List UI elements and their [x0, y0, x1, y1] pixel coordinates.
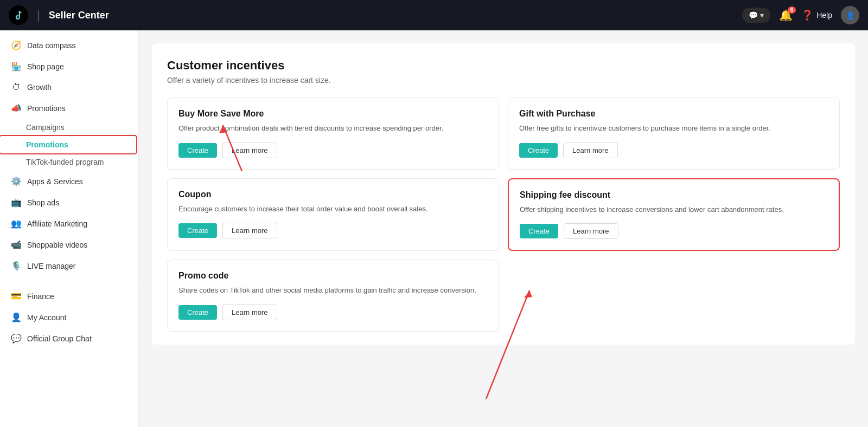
create-button-buy-more[interactable]: Create [178, 143, 217, 158]
sidebar-divider [0, 281, 138, 281]
sidebar-label-growth: Growth [27, 83, 52, 92]
sidebar-label-shop-ads: Shop ads [27, 198, 59, 207]
sidebar-label-data-compass: Data compass [27, 41, 75, 50]
card-title-shipping: Shipping fee discount [520, 190, 828, 200]
finance-icon: 💳 [11, 291, 22, 301]
sidebar-item-growth[interactable]: ⏱ Growth [0, 77, 138, 98]
card-desc-coupon: Encourage customers to increase their to… [178, 204, 488, 215]
sidebar-item-my-account[interactable]: 👤 My Account [0, 307, 138, 328]
learn-more-button-buy-more[interactable]: Learn more [222, 143, 277, 158]
page-title: Customer incentives [167, 59, 840, 73]
sidebar-label-live: LIVE manager [27, 262, 76, 270]
learn-more-button-promo-code[interactable]: Learn more [222, 305, 277, 320]
create-button-shipping[interactable]: Create [520, 224, 558, 238]
help-button[interactable]: ❓ Help [801, 9, 832, 21]
svg-point-0 [9, 5, 28, 25]
video-icon: 📹 [11, 240, 22, 250]
apps-icon: ⚙️ [11, 176, 22, 186]
promotions-icon: 📣 [11, 103, 22, 113]
account-icon: 👤 [11, 312, 22, 322]
sidebar-label-affiliate: Affiliate Marketing [27, 219, 87, 228]
sidebar-item-affiliate-marketing[interactable]: 👥 Affiliate Marketing [0, 213, 138, 234]
card-actions-promo-code: Create Learn more [178, 305, 488, 320]
sidebar-label-shoppable-videos: Shoppable videos [27, 241, 87, 249]
card-actions-coupon: Create Learn more [178, 223, 488, 238]
sidebar-label-my-account: My Account [27, 313, 66, 322]
card-title-gift: Gift with Purchase [519, 109, 828, 119]
main-content: Customer incentives Offer a variety of i… [139, 30, 868, 427]
card-title-promo-code: Promo code [178, 271, 488, 281]
header-divider: | [37, 8, 40, 22]
sidebar-item-shoppable-videos[interactable]: 📹 Shoppable videos [0, 234, 138, 255]
help-circle-icon: ❓ [801, 9, 813, 21]
sidebar-label-tiktok-funded: TikTok-funded program [26, 158, 104, 166]
group-chat-icon: 💬 [11, 333, 22, 344]
sidebar-item-tiktok-funded[interactable]: TikTok-funded program [0, 153, 138, 171]
sidebar-label-campaigns: Campaigns [26, 123, 65, 132]
user-icon: 👤 [846, 11, 855, 20]
notification-button[interactable]: 🔔 6 [779, 9, 793, 22]
sidebar-item-shop-ads[interactable]: 📺 Shop ads [0, 192, 138, 213]
incentive-grid: Buy More Save More Offer product combina… [167, 98, 840, 332]
create-button-promo-code[interactable]: Create [178, 305, 217, 320]
tiktok-logo [9, 5, 28, 25]
affiliate-icon: 👥 [11, 218, 22, 229]
shop-icon: 🏪 [11, 61, 22, 72]
header-right: 💬 ▾ 🔔 6 ❓ Help 👤 [742, 6, 859, 24]
card-desc-gift: Offer free gifts to incentivize customer… [519, 123, 828, 134]
sidebar-item-live-manager[interactable]: 🎙️ LIVE manager [0, 255, 138, 276]
sidebar-item-data-compass[interactable]: 🧭 Data compass [0, 35, 138, 56]
incentive-card-shipping: Shipping fee discount Offer shipping inc… [508, 178, 840, 251]
notification-badge: 6 [788, 7, 796, 14]
learn-more-button-shipping[interactable]: Learn more [564, 223, 618, 239]
sidebar-label-shop-page: Shop page [27, 62, 64, 71]
content-card: Customer incentives Offer a variety of i… [152, 43, 855, 345]
sidebar-item-campaigns[interactable]: Campaigns [0, 119, 138, 136]
sidebar-item-promotions-parent[interactable]: 📣 Promotions [0, 98, 138, 119]
header-left: | Seller Center [9, 5, 109, 25]
card-actions-shipping: Create Learn more [520, 223, 828, 239]
sidebar-item-shop-page[interactable]: 🏪 Shop page [0, 56, 138, 77]
live-icon: 🎙️ [11, 261, 22, 271]
ads-icon: 📺 [11, 197, 22, 208]
profile-avatar-button[interactable]: 👤 [841, 6, 859, 24]
card-actions-gift: Create Learn more [519, 143, 828, 158]
sidebar-item-official-group-chat[interactable]: 💬 Official Group Chat [0, 328, 138, 349]
growth-icon: ⏱ [11, 82, 22, 92]
card-title-buy-more: Buy More Save More [178, 109, 488, 119]
sidebar-item-finance[interactable]: 💳 Finance [0, 286, 138, 307]
card-desc-buy-more: Offer product combination deals with tie… [178, 123, 488, 134]
sidebar: 🧭 Data compass 🏪 Shop page ⏱ Growth 📣 Pr… [0, 30, 139, 427]
chevron-down-icon: ▾ [760, 11, 764, 20]
sidebar-label-finance: Finance [27, 292, 54, 301]
chat-icon: 💬 [749, 11, 758, 20]
sidebar-label-promotions-sub: Promotions [26, 140, 68, 149]
compass-icon: 🧭 [11, 40, 22, 50]
incentive-card-gift: Gift with Purchase Offer free gifts to i… [508, 98, 840, 170]
card-actions-buy-more: Create Learn more [178, 143, 488, 158]
sidebar-label-promotions: Promotions [27, 104, 66, 113]
sidebar-label-group-chat: Official Group Chat [27, 334, 92, 343]
card-title-coupon: Coupon [178, 190, 488, 199]
learn-more-button-coupon[interactable]: Learn more [222, 223, 277, 238]
sidebar-label-apps-services: Apps & Services [27, 177, 83, 186]
incentive-card-coupon: Coupon Encourage customers to increase t… [167, 178, 499, 251]
sidebar-item-apps-services[interactable]: ⚙️ Apps & Services [0, 171, 138, 192]
header-title: Seller Center [49, 10, 109, 21]
top-header: | Seller Center 💬 ▾ 🔔 6 ❓ Help 👤 [0, 0, 868, 30]
main-layout: 🧭 Data compass 🏪 Shop page ⏱ Growth 📣 Pr… [0, 30, 868, 427]
create-button-coupon[interactable]: Create [178, 223, 217, 238]
learn-more-button-gift[interactable]: Learn more [563, 143, 617, 158]
card-desc-promo-code: Share codes on TikTok and other social m… [178, 285, 488, 296]
page-subtitle: Offer a variety of incentives to increas… [167, 76, 840, 85]
incentive-card-buy-more: Buy More Save More Offer product combina… [167, 98, 499, 170]
help-label: Help [816, 11, 832, 20]
card-desc-shipping: Offer shipping incentives to increase co… [520, 204, 828, 215]
sidebar-item-promotions-sub[interactable]: Promotions [0, 136, 136, 153]
incentive-card-promo-code: Promo code Share codes on TikTok and oth… [167, 260, 499, 332]
chat-button[interactable]: 💬 ▾ [742, 8, 770, 23]
create-button-gift[interactable]: Create [519, 143, 558, 158]
